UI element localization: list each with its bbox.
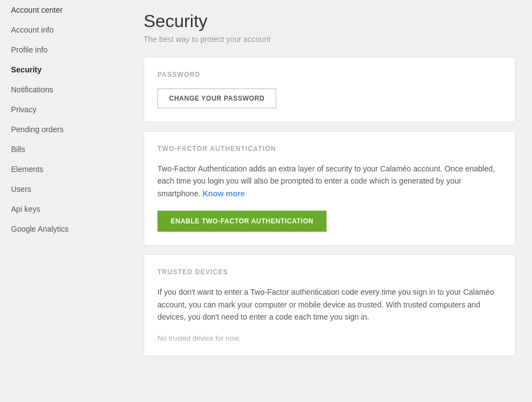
sidebar-item-pending-orders[interactable]: Pending orders [0, 119, 127, 139]
sidebar-item-api-keys[interactable]: Api keys [0, 199, 127, 219]
know-more-link[interactable]: Know more [203, 189, 245, 198]
trusted-devices-heading: TRUSTED DEVICES [157, 268, 502, 276]
sidebar-item-profile-info[interactable]: Profile info [0, 40, 127, 60]
sidebar-item-bills[interactable]: Bills [0, 139, 127, 159]
page-title: Security [144, 11, 515, 32]
sidebar-item-notifications[interactable]: Notifications [0, 80, 127, 100]
sidebar-item-elements[interactable]: Elements [0, 159, 127, 179]
trusted-devices-card: TRUSTED DEVICES If you don't want to ent… [144, 254, 515, 356]
sidebar-item-google-analytics[interactable]: Google Analytics [0, 219, 127, 239]
password-section-heading: PASSWORD [157, 71, 502, 79]
password-card: PASSWORD CHANGE YOUR PASSWORD [144, 57, 515, 122]
sidebar-item-privacy[interactable]: Privacy [0, 100, 127, 119]
sidebar-item-account-center[interactable]: Account center [0, 0, 127, 20]
two-factor-card: TWO-FACTOR AUTHENTICATION Two-Factor Aut… [144, 131, 515, 246]
main-content: Security The best way to protect your ac… [127, 0, 532, 402]
no-device-text: No trusted device for now. [157, 334, 502, 342]
enable-two-factor-button[interactable]: ENABLE TWO-FACTOR AUTHENTICATION [157, 211, 326, 232]
sidebar-item-security[interactable]: Security [0, 60, 127, 80]
page-subtitle: The best way to protect your account [144, 35, 515, 44]
sidebar: Account centerAccount infoProfile infoSe… [0, 0, 127, 402]
two-factor-heading: TWO-FACTOR AUTHENTICATION [157, 145, 502, 153]
change-password-button[interactable]: CHANGE YOUR PASSWORD [157, 88, 276, 108]
sidebar-item-users[interactable]: Users [0, 179, 127, 199]
sidebar-item-account-info[interactable]: Account info [0, 20, 127, 40]
trusted-devices-description: If you don't want to enter a Two-Factor … [157, 286, 502, 323]
two-factor-description: Two-Factor Authentication adds an extra … [157, 163, 502, 200]
